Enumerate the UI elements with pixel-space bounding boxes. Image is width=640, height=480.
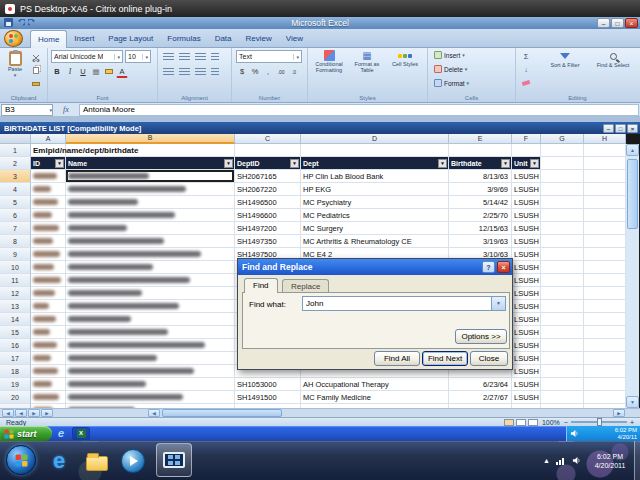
cell-dept[interactable]: HP Clin Lab Blood Bank [301,170,449,183]
cell-unit[interactable]: LSUSH [512,300,541,313]
cell-dept[interactable]: MC Surgery [301,222,449,235]
align-top-icon[interactable] [163,53,174,61]
cell-dept[interactable]: MC Psychiatry [301,196,449,209]
cell-g[interactable] [541,365,584,378]
cell-id[interactable] [31,222,66,235]
dialog-help-button[interactable]: ? [482,261,495,273]
cell-unit[interactable]: LSUSH [512,183,541,196]
column-header-b[interactable]: B [66,134,235,144]
host-clock[interactable]: 6:02 PM 4/20/2011 [587,452,633,470]
options-button[interactable]: Options >> [455,329,507,344]
row-number[interactable]: 20 [0,391,31,404]
cell-h[interactable] [584,222,626,235]
cell-unit[interactable]: LSUSH [512,209,541,222]
cell-id[interactable] [31,313,66,326]
find-all-button[interactable]: Find All [374,351,420,366]
network-icon[interactable] [556,456,566,465]
orientation-icon[interactable] [211,53,219,61]
cell[interactable] [235,144,301,157]
row-number[interactable]: 3 [0,170,31,183]
header-cell-birthdate[interactable]: Birthdate▾ [449,157,512,170]
cut-button[interactable] [30,52,42,63]
copy-button[interactable] [30,65,42,76]
header-cell-dept[interactable]: Dept▾ [301,157,449,170]
column-header-g[interactable]: G [541,134,584,144]
cell-name[interactable] [66,261,235,274]
cell-name[interactable] [66,183,235,196]
row-number[interactable]: 13 [0,300,31,313]
sheet-title-cell[interactable]: Emlpid/name/dept/birthdate [31,144,66,157]
conditional-formatting-button[interactable]: Conditional Formatting [311,50,347,73]
row-number[interactable]: 15 [0,326,31,339]
host-start-button[interactable] [6,445,36,475]
cell-birthdate[interactable]: 8/13/63 [449,170,512,183]
cell-h[interactable] [584,378,626,391]
cell-h[interactable] [584,183,626,196]
delete-cells-button[interactable]: Delete ▾ [434,65,467,73]
row-number[interactable]: 4 [0,183,31,196]
cell[interactable] [584,157,626,170]
show-desktop-button[interactable] [634,441,640,480]
cell-id[interactable] [31,274,66,287]
cell-birthdate[interactable]: 2/25/70 [449,209,512,222]
cell-name[interactable] [66,170,235,183]
tab-view[interactable]: View [279,29,310,48]
cell-h[interactable] [584,261,626,274]
cell-name[interactable] [66,391,235,404]
cell-name[interactable] [66,287,235,300]
cell-h[interactable] [584,196,626,209]
cell[interactable] [541,144,584,157]
tab-replace[interactable]: Replace [282,279,329,293]
cell-g[interactable] [541,274,584,287]
align-right-icon[interactable] [195,68,206,76]
zoom-slider-thumb[interactable] [597,418,602,426]
row-number[interactable]: 10 [0,261,31,274]
tab-find[interactable]: Find [244,278,278,293]
align-bottom-icon[interactable] [195,53,206,61]
sort-filter-button[interactable]: Sort & Filter [542,50,588,68]
cell-g[interactable] [541,196,584,209]
header-cell-id[interactable]: ID▾ [31,157,66,170]
cell-birthdate[interactable]: 3/9/69 [449,183,512,196]
select-all-corner[interactable] [0,134,31,144]
find-select-button[interactable]: Find & Select [590,50,636,68]
cell-dept[interactable]: MC Arthritis & Rheumatology CE [301,235,449,248]
row-number[interactable]: 2 [0,157,31,170]
header-cell-unit[interactable]: Unit▾ [512,157,541,170]
cell[interactable] [541,157,584,170]
font-color-button[interactable]: A [116,66,128,78]
formula-input[interactable]: Antonia Moore [79,104,639,116]
cell-h[interactable] [584,313,626,326]
close-button[interactable]: × [625,18,638,28]
filter-dropdown-icon[interactable]: ▾ [530,159,539,168]
cell-id[interactable] [31,170,66,183]
font-name-combo[interactable]: Arial Unicode M ▾ [51,50,123,63]
percent-button[interactable]: % [249,66,261,77]
cell-g[interactable] [541,339,584,352]
cell-unit[interactable]: LSUSH [512,365,541,378]
cell-unit[interactable]: LSUSH [512,313,541,326]
cell-name[interactable] [66,313,235,326]
cell-deptid[interactable]: SH2067165 [235,170,301,183]
row-number[interactable]: 1 [0,144,31,157]
filter-dropdown-icon[interactable]: ▾ [224,159,233,168]
column-header-e[interactable]: E [449,134,512,144]
row-number[interactable]: 18 [0,365,31,378]
align-center-icon[interactable] [179,68,190,76]
taskbar-ie-button[interactable]: e [44,446,74,476]
taskbar-explorer-button[interactable] [82,446,112,476]
cell-unit[interactable]: LSUSH [512,378,541,391]
row-number[interactable]: 9 [0,248,31,261]
cell-name[interactable] [66,209,235,222]
close-dialog-button[interactable]: Close [470,351,508,366]
filter-dropdown-icon[interactable]: ▾ [290,159,299,168]
cell-unit[interactable]: LSUSH [512,287,541,300]
cell-dept[interactable]: HP EKG [301,183,449,196]
normal-view-button[interactable] [504,419,514,426]
excel-task-button[interactable]: X [72,427,90,440]
filter-dropdown-icon[interactable]: ▾ [501,159,510,168]
dialog-titlebar[interactable]: Find and Replace ? × [238,259,512,275]
cell-name[interactable] [66,274,235,287]
cell-unit[interactable]: LSUSH [512,274,541,287]
merge-center-icon[interactable] [211,68,219,76]
